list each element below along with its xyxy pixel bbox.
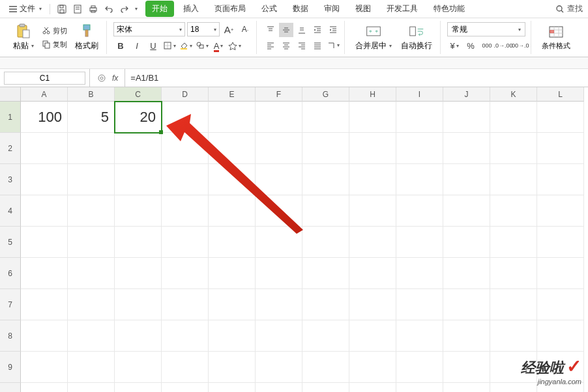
cell-G9[interactable] [302,352,349,383]
decrease-font-button[interactable]: A- [238,22,252,36]
cell-F3[interactable] [256,164,302,195]
cell-H10[interactable] [349,383,396,392]
cell-K4[interactable] [490,195,537,227]
align-left-button[interactable] [263,38,278,53]
font-size-select[interactable]: 18 ▾ [187,22,220,36]
cell-H9[interactable] [349,352,396,383]
font-color-button[interactable]: A▾ [211,38,226,53]
cell-E5[interactable] [209,227,256,258]
cell-L1[interactable] [537,102,584,133]
cell-C9[interactable] [115,352,162,383]
align-top-button[interactable] [263,23,278,37]
cell-H5[interactable] [349,227,396,258]
cell-I9[interactable] [396,352,443,383]
currency-button[interactable]: ¥▾ [447,38,462,53]
col-header-B[interactable]: B [68,87,115,102]
bold-button[interactable]: B [113,38,128,53]
increase-font-button[interactable]: A+ [222,22,236,36]
cell-B10[interactable] [68,383,115,392]
cell-G3[interactable] [302,164,349,195]
copy-button[interactable]: 复制 [39,38,70,51]
orientation-button[interactable]: ▾ [326,38,340,53]
cell-J3[interactable] [443,164,490,195]
border-button[interactable]: ▾ [162,38,177,53]
number-format-select[interactable]: 常规 ▾ [447,22,525,36]
select-all-corner[interactable] [0,87,21,102]
cell-E2[interactable] [209,133,256,164]
cell-E8[interactable] [209,320,256,352]
tab-special[interactable]: 特色功能 [427,1,471,17]
cell-B3[interactable] [68,164,115,195]
cell-D5[interactable] [162,227,209,258]
italic-button[interactable]: I [130,38,144,53]
cell-F4[interactable] [256,195,302,227]
cell-A5[interactable] [21,227,68,258]
indent-decrease-button[interactable] [310,23,325,37]
cell-C2[interactable] [115,133,162,164]
cell-J7[interactable] [443,289,490,320]
cell-G1[interactable] [302,102,349,133]
format-painter-button[interactable]: 格式刷 [71,22,102,53]
cell-E7[interactable] [209,289,256,320]
col-header-H[interactable]: H [349,87,396,102]
cell-H4[interactable] [349,195,396,227]
cell-B5[interactable] [68,227,115,258]
cell-L5[interactable] [537,227,584,258]
cell-G6[interactable] [302,258,349,289]
cell-J2[interactable] [443,133,490,164]
tab-layout[interactable]: 页面布局 [208,1,252,17]
cell-F9[interactable] [256,352,302,383]
col-header-E[interactable]: E [209,87,256,102]
cell-H1[interactable] [349,102,396,133]
cell-G8[interactable] [302,320,349,352]
cell-K3[interactable] [490,164,537,195]
cell-B9[interactable] [68,352,115,383]
underline-button[interactable]: U [146,38,160,53]
cell-L7[interactable] [537,289,584,320]
cell-B4[interactable] [68,195,115,227]
align-middle-button[interactable] [279,23,293,37]
cell-I4[interactable] [396,195,443,227]
cell-D6[interactable] [162,258,209,289]
cell-F5[interactable] [256,227,302,258]
cell-D9[interactable] [162,352,209,383]
cell-J5[interactable] [443,227,490,258]
cell-D3[interactable] [162,164,209,195]
cell-I7[interactable] [396,289,443,320]
cell-A9[interactable] [21,352,68,383]
cell-G2[interactable] [302,133,349,164]
cell-C1[interactable]: 20 [115,102,162,133]
cell-J9[interactable] [443,352,490,383]
cell-C10[interactable] [115,383,162,392]
cell-L2[interactable] [537,133,584,164]
cell-B7[interactable] [68,289,115,320]
cell-I10[interactable] [396,383,443,392]
cell-C7[interactable] [115,289,162,320]
cell-A3[interactable] [21,164,68,195]
row-header-1[interactable]: 1 [0,102,21,133]
merge-center-button[interactable]: 合并居中▾ [351,22,396,53]
cell-G4[interactable] [302,195,349,227]
cell-B2[interactable] [68,133,115,164]
cell-A4[interactable] [21,195,68,227]
effects-button[interactable]: ▾ [228,38,242,53]
align-right-button[interactable] [295,38,309,53]
save-icon[interactable] [56,3,68,15]
cell-D10[interactable] [162,383,209,392]
row-header-7[interactable]: 7 [0,289,21,320]
cell-D1[interactable] [162,102,209,133]
paste-button[interactable]: 粘贴▾ [9,22,38,53]
trace-icon[interactable] [96,73,107,83]
row-header-8[interactable]: 8 [0,320,21,352]
cell-D7[interactable] [162,289,209,320]
cell-C3[interactable] [115,164,162,195]
cell-D8[interactable] [162,320,209,352]
cell-F6[interactable] [256,258,302,289]
fx-button[interactable]: fx [112,74,118,83]
col-header-L[interactable]: L [537,87,584,102]
cell-B1[interactable]: 5 [68,102,115,133]
cell-C6[interactable] [115,258,162,289]
cell-E1[interactable] [209,102,256,133]
cell-C8[interactable] [115,320,162,352]
undo-icon[interactable] [103,3,115,15]
